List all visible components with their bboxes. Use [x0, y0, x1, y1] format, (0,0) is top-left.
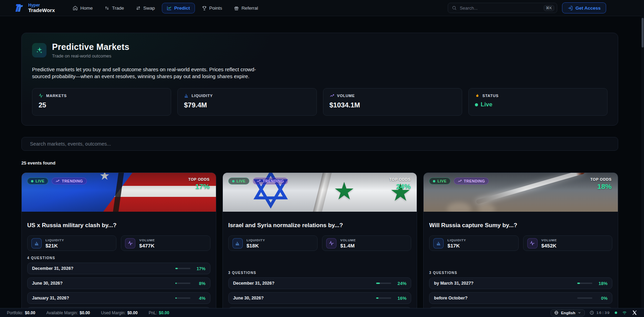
used-margin-stat: Used Margin:$0.00	[101, 310, 137, 315]
live-badge: LIVE	[228, 178, 249, 184]
page-title: Predictive Markets	[52, 42, 129, 52]
top-navbar: Hyper TradeWorx Home Trade Swap Predict …	[0, 0, 644, 16]
x-social-icon[interactable]	[632, 310, 637, 315]
brand-line1: Hyper	[28, 3, 55, 8]
top-odds: TOP ODDS 24%	[389, 177, 411, 191]
portfolio-stat: Portfolio:$0.00	[7, 310, 35, 315]
bar-chart-icon	[31, 238, 42, 249]
questions-count-label: 4 QUESTIONS	[27, 256, 210, 260]
event-card-russia-sumy[interactable]: LIVE TRENDING TOP ODDS 18% Will Russia c…	[423, 172, 618, 317]
stat-value: Live	[481, 101, 492, 108]
nav-item-swap[interactable]: Swap	[131, 3, 160, 13]
nav-label: Swap	[143, 6, 155, 11]
nav-label: Predict	[174, 6, 190, 11]
brand-logo[interactable]: Hyper TradeWorx	[14, 3, 55, 13]
main-nav: Home Trade Swap Predict Points Referral	[68, 3, 263, 13]
stat-label: VOLUME	[337, 94, 355, 98]
nav-label: Trade	[112, 6, 124, 11]
time-value: 16:39	[596, 310, 610, 315]
top-odds: TOP ODDS 18%	[590, 177, 612, 191]
event-card-us-russia[interactable]: ★ LIVE TRENDING TOP ODDS 17% US x Russia…	[21, 172, 216, 317]
globe-icon	[554, 310, 559, 315]
top-odds-value: 18%	[590, 182, 612, 191]
live-dot-icon	[232, 180, 235, 182]
events-grid: ★ LIVE TRENDING TOP ODDS 17% US x Russia…	[21, 172, 618, 317]
live-badge: LIVE	[27, 178, 48, 184]
stat-value: 25	[39, 101, 165, 109]
stat-card-liquidity: LIQUIDITY $79.4M	[177, 88, 316, 116]
volume-tile: VOLUME$1.4M	[322, 235, 411, 251]
odds-progress	[175, 268, 190, 269]
login-icon	[568, 6, 573, 11]
nav-label: Referral	[241, 6, 258, 11]
nav-item-points[interactable]: Points	[197, 3, 227, 13]
stat-card-status: STATUS Live	[468, 88, 607, 116]
bar-chart-icon	[184, 93, 189, 98]
hero-panel: Predictive Markets Trade on real-world o…	[21, 33, 618, 126]
top-odds: TOP ODDS 17%	[188, 177, 210, 191]
activity-icon	[39, 93, 43, 98]
home-icon	[73, 6, 78, 11]
nav-item-predict[interactable]: Predict	[162, 3, 195, 13]
hero-description: Predictive markets let you buy and sell …	[32, 66, 263, 80]
live-dot-icon	[433, 180, 435, 182]
pulse-icon	[326, 238, 336, 249]
volume-tile: VOLUME$452K	[523, 235, 612, 251]
event-image-missile-launch: LIVE TRENDING TOP ODDS 18%	[424, 173, 618, 212]
event-image-israel-syria-flags: ★ ★ LIVE TRENDING TOP ODDS 24%	[223, 173, 417, 212]
status-bar: Portfolio:$0.00 Available Margin:$0.00 U…	[0, 308, 644, 317]
question-row[interactable]: December 31, 2026? 17%	[27, 263, 210, 274]
trending-up-icon	[257, 179, 261, 183]
event-card-israel-syria[interactable]: ★ ★ LIVE TRENDING TOP ODDS 24% Israel an…	[222, 172, 417, 317]
questions-count-label: 3 QUESTIONS	[429, 271, 612, 275]
search-placeholder: Search...	[460, 6, 541, 11]
volume-value: $1.4M	[340, 243, 356, 249]
pulse-icon	[527, 238, 538, 249]
nav-item-referral[interactable]: Referral	[229, 3, 263, 13]
top-odds-value: 24%	[389, 182, 411, 191]
scrollbar-thumb[interactable]	[642, 18, 644, 47]
volume-value: $452K	[541, 243, 557, 249]
nav-item-trade[interactable]: Trade	[100, 3, 129, 13]
pulse-icon	[125, 238, 135, 249]
volume-tile: VOLUME$477K	[121, 235, 210, 251]
chevron-down-icon	[578, 311, 581, 315]
clock: 16:39	[590, 310, 610, 315]
trending-up-icon	[55, 179, 60, 183]
gift-icon	[234, 6, 239, 11]
liquidity-tile: LIQUIDITY$17K	[429, 235, 518, 251]
get-access-button[interactable]: Get Access	[562, 2, 606, 13]
question-row[interactable]: before October? 0%	[429, 292, 612, 304]
question-row[interactable]: June 30, 2026? 8%	[27, 277, 210, 289]
results-count: 25 events found	[21, 160, 618, 166]
hero-stats: MARKETS 25 LIQUIDITY $79.4M VOLUME $1034…	[32, 88, 607, 116]
stat-card-volume: VOLUME $1034.1M	[323, 88, 462, 116]
brand-line2: TradeWorx	[28, 8, 55, 13]
volume-value: $477K	[139, 243, 155, 249]
stat-value: $79.4M	[184, 101, 310, 109]
question-row[interactable]: December 31, 2026? 24%	[228, 277, 412, 289]
search-icon	[452, 6, 457, 10]
nav-label: Home	[80, 6, 93, 11]
trending-badge: TRENDING	[52, 178, 86, 184]
question-row[interactable]: by March 31, 2027? 18%	[429, 277, 612, 289]
language-label: English	[561, 311, 575, 315]
global-search-input[interactable]: Search... ⌘K	[448, 3, 557, 13]
odds-progress	[376, 283, 391, 284]
event-title: US x Russia military clash by...?	[27, 222, 210, 229]
sparkles-icon	[32, 43, 46, 57]
language-selector[interactable]: English	[551, 309, 585, 316]
question-row[interactable]: January 31, 2026? 4%	[27, 292, 210, 304]
liquidity-tile: LIQUIDITY$21K	[27, 235, 116, 251]
odds-progress	[577, 297, 592, 299]
nav-item-home[interactable]: Home	[68, 3, 97, 13]
market-search-input[interactable]: Search markets, events, outcomes...	[21, 137, 618, 151]
trade-arrows-icon	[104, 6, 110, 11]
questions-count-label: 3 QUESTIONS	[228, 271, 412, 275]
trending-badge: TRENDING	[253, 178, 288, 184]
page-scrollbar[interactable]	[641, 0, 644, 317]
question-row[interactable]: June 30, 2026? 16%	[228, 292, 412, 304]
top-odds-value: 17%	[188, 182, 210, 191]
live-dot-icon	[31, 180, 33, 182]
trending-up-icon	[330, 93, 334, 98]
